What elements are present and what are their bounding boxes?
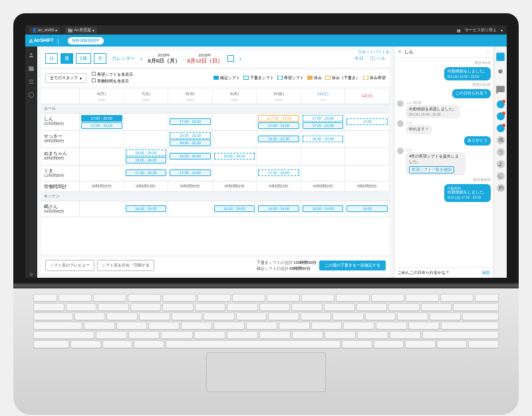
shift-cell[interactable]: 16:00 [346, 205, 388, 212]
shift-cell[interactable]: 19:00 - 24:00 [126, 157, 167, 163]
shift-cell[interactable]: 16:00 - 24:00 [258, 205, 299, 212]
shift-cell[interactable]: 16:00 - 24:00 [303, 205, 344, 212]
contact-avatar[interactable]: 鳴 [497, 136, 505, 144]
chevron-down-icon: ▾ [92, 28, 94, 33]
contact-avatar[interactable]: よ [497, 160, 505, 168]
collapse-icon[interactable]: » [29, 270, 33, 278]
shift-cell[interactable]: 17:30 - 24:00 [170, 169, 211, 176]
shift-cell[interactable]: 17:00 - 23:00 [303, 122, 344, 129]
chat-messages[interactable]: 既読 6分前 出勤依頼をしました。8/2 (木) 16:00 - 23:00 既… [394, 58, 493, 267]
screen-bezel: 👤 air_shift5 ▾ 🏬 Air居酒屋 ▾ ▦ サービス切り替え ▾ ◬… [13, 13, 519, 283]
table-header: 6(月) ○○○ 7(火) ○○○ 8(水) ○○○ 9(木) ○○○ 10(金… [41, 89, 390, 104]
hide-request-checkbox[interactable]: 希望シフトを非表示 [92, 72, 133, 78]
shift-cell[interactable]: 17:30 - 24:00 [258, 169, 299, 176]
calendar-icon[interactable] [28, 65, 35, 72]
shift-cell[interactable]: 17:00 - 23:00 [81, 115, 122, 122]
contact-avatar[interactable]: し [497, 172, 505, 180]
legend: 確定シフト 下書きシフト 希望シフト 休み 休み（下書き） 休み希望 [213, 75, 386, 81]
shift-cell[interactable]: 19:00 - 24:00 [214, 153, 255, 159]
profile-icon[interactable] [28, 52, 35, 58]
shift-cell[interactable]: 19:30 - 23:30 [303, 136, 344, 142]
footer-bar: シフト表のプレビュー シフト表を共有・印刷する 下書きシフトの合計 125時間0… [41, 257, 390, 274]
contact-avatar[interactable]: つ [497, 148, 505, 156]
main-content: スポットバイトを 日 週 2週 月 カレンダー ‹ 2018年8月6日（月） -… [37, 47, 394, 278]
app-logo: ◬ AirSHIFT [29, 38, 54, 43]
shift-cell[interactable]: 17:00 - 23:00 [81, 122, 122, 129]
help-link[interactable]: ⓘ ヘル [370, 55, 386, 62]
trackpad [206, 352, 326, 392]
view-requests-link[interactable]: 希望シフト一覧を確認 [409, 166, 454, 173]
user-menu[interactable]: 👤 air_shift5 ▾ [29, 27, 60, 33]
right-rail: 鳴 つ よ し 釣 [493, 47, 507, 278]
hide-hours-checkbox[interactable]: 労働時間を非表示 [92, 78, 133, 84]
spot-link[interactable]: スポットバイトを [358, 49, 390, 55]
shift-table: 6(月) ○○○ 7(火) ○○○ 8(水) ○○○ 9(木) ○○○ 10(金… [41, 89, 390, 255]
svg-rect-1 [29, 66, 34, 71]
chat-icon[interactable] [494, 84, 507, 96]
shift-cell[interactable]: 19:30 - 23:30 [170, 140, 211, 146]
confirm-all-button[interactable]: この週の下書きを一括確定する [319, 260, 386, 270]
store-icon: 🏬 [68, 28, 72, 33]
store-label: Air居酒屋 [74, 27, 90, 33]
os-topbar: 👤 air_shift5 ▾ 🏬 Air居酒屋 ▾ ▦ サービス切り替え ▾ [25, 25, 507, 35]
shift-cell[interactable]: 19:30 - 23:30 [170, 132, 211, 139]
shift-cell[interactable]: 16:00 - 24:00 [214, 205, 255, 212]
shift-cell[interactable]: 17:00 - 23:00 [258, 122, 299, 129]
chevron-down-icon: ▾ [501, 28, 503, 33]
svg-point-2 [29, 92, 34, 98]
people-icon[interactable] [494, 67, 507, 80]
preview-button[interactable]: シフト表のプレビュー [45, 260, 94, 271]
app-menubar: ◬ AirSHIFT | 無料体験期間中 [25, 35, 507, 47]
contact-avatar[interactable]: 釣 [497, 184, 505, 192]
chat-bubble-sent: 出勤依頼をしました。8/2 (木) 16:00 - 23:00 [444, 67, 491, 80]
chevron-down-icon: ▾ [55, 28, 57, 33]
staff-row: しん21時間00分 17:00 - 23:0017:00 - 23:00 17:… [41, 114, 390, 131]
contact-avatar[interactable] [497, 124, 505, 132]
staff-select[interactable]: 全てのスタッフ▾ [45, 73, 86, 83]
shift-cell[interactable]: 19:00 - 24:00 [126, 150, 167, 156]
view-week[interactable]: 週 [61, 53, 73, 64]
date-toolbar: スポットバイトを 日 週 2週 月 カレンダー ‹ 2018年8月6日（月） -… [41, 51, 390, 67]
shift-cell[interactable]: 17:00 [346, 118, 388, 125]
shift-cell[interactable]: 17:30 - 24:00 [126, 169, 167, 176]
close-icon[interactable]: ✕ [398, 49, 402, 54]
edit-link[interactable]: 編集 [482, 270, 490, 276]
chat-input[interactable]: ごめんこの日出られるかな？ [398, 270, 450, 276]
shift-cell[interactable]: 19:30 - 23:30 [258, 136, 299, 142]
clock-icon[interactable] [28, 92, 35, 98]
grid-icon[interactable]: ▦ [457, 28, 461, 33]
shift-cell[interactable]: 16:00 - 24:00 [126, 205, 167, 212]
laptop-frame: 👤 air_shift5 ▾ 🏬 Air居酒屋 ▾ ▦ サービス切り替え ▾ ◬… [13, 13, 519, 415]
view-2week[interactable]: 2週 [76, 53, 91, 64]
list-icon[interactable] [28, 78, 35, 85]
user-icon: 👤 [32, 28, 37, 33]
svg-rect-3 [496, 52, 505, 61]
shift-cell[interactable]: 17:00 - 23:00 [303, 115, 344, 122]
service-switch[interactable]: サービス切り替え [465, 27, 497, 33]
contact-avatar[interactable] [497, 112, 505, 120]
cal-icon[interactable] [227, 55, 234, 62]
shift-cell[interactable]: 19:00 - 24:00 [170, 153, 211, 159]
app-screen: 👤 air_shift5 ▾ 🏬 Air居酒屋 ▾ ▦ サービス切り替え ▾ ◬… [25, 25, 507, 278]
next-arrow[interactable]: › [237, 55, 244, 62]
chat-header: ✕ しん ⋯ [394, 47, 493, 58]
chat-bubble-sent: 出勤依頼出勤依頼をしました。8/10 (金) 17:00 - 23:00 [444, 184, 491, 202]
share-print-button[interactable]: シフト表を共有・印刷する [97, 260, 154, 271]
view-month[interactable]: 月 [94, 53, 106, 64]
calendar-link[interactable]: カレンダー [112, 55, 135, 62]
chat-bubble-recv: 出れます！ [406, 125, 432, 134]
view-day[interactable]: 日 [45, 53, 58, 64]
contact-avatar[interactable] [497, 100, 505, 108]
shift-cell[interactable]: 17:00 - 23:00 [170, 118, 211, 125]
more-icon[interactable]: ⋯ [485, 49, 490, 54]
today-link[interactable]: 今日 [354, 55, 364, 62]
staff-row: せっきー08時間00分 19:30 - 23:3019:30 - 23:30 1… [41, 131, 390, 148]
store-menu[interactable]: 🏬 Air居酒屋 ▾ [65, 27, 96, 34]
chat-input-bar: ごめんこの日出られるかな？ 編集 [394, 267, 493, 278]
svg-point-0 [30, 53, 32, 55]
section-hall: ホール [41, 104, 390, 114]
prev-arrow[interactable]: ‹ [138, 55, 145, 62]
shift-cell[interactable]: ▲17:00 - 23:00 [258, 115, 299, 122]
shift-icon[interactable] [494, 51, 507, 63]
left-sidebar: » [25, 47, 37, 278]
